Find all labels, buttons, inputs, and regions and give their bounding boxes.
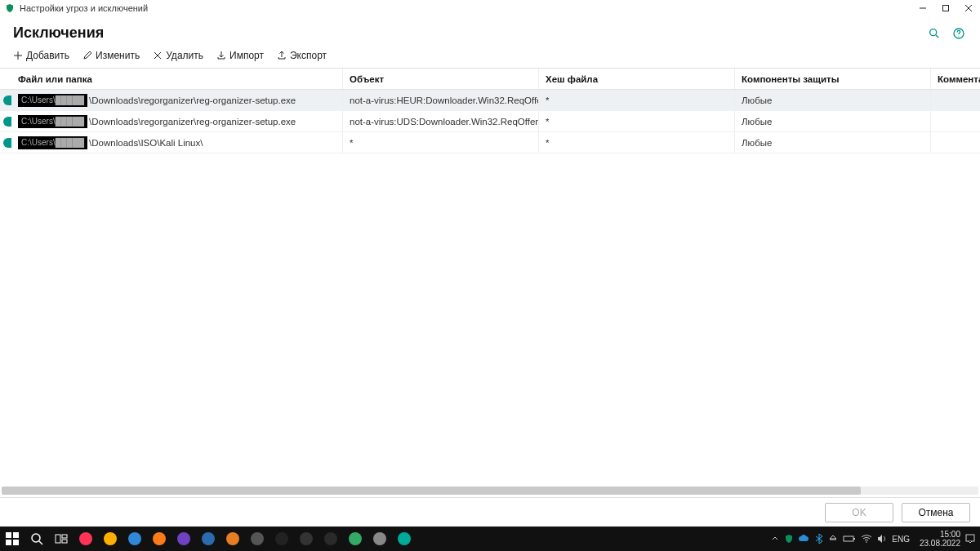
export-icon	[277, 51, 287, 60]
taskbar-app-app12[interactable]	[343, 527, 368, 551]
plus-icon	[13, 51, 23, 60]
page-title: Исключения	[13, 24, 918, 42]
add-button[interactable]: Добавить	[13, 50, 69, 61]
components-cell: Любые	[735, 111, 931, 131]
taskbar-app-app14[interactable]	[392, 527, 416, 551]
export-button[interactable]: Экспорт	[277, 50, 327, 61]
export-label: Экспорт	[290, 50, 327, 61]
svg-point-1	[930, 29, 937, 35]
col-file[interactable]: Файл или папка	[11, 69, 343, 89]
taskbar-app-app6[interactable]	[196, 527, 220, 551]
edit-label: Изменить	[96, 50, 140, 61]
tray-bluetooth-icon[interactable]	[815, 534, 823, 544]
tray-up-icon[interactable]	[771, 535, 779, 543]
app-shield-icon	[5, 3, 15, 13]
taskbar-app-app8[interactable]	[245, 527, 270, 551]
help-icon[interactable]	[951, 25, 967, 42]
col-components[interactable]: Компоненты защиты	[735, 69, 931, 89]
taskbar-app-app10[interactable]	[294, 527, 318, 551]
tray-wifi-icon[interactable]	[861, 535, 872, 543]
taskbar-app-app7[interactable]	[220, 527, 245, 551]
components-cell: Любые	[735, 90, 931, 110]
toolbar: Добавить Изменить Удалить Импорт Экспорт	[0, 47, 980, 68]
comment-cell	[931, 111, 980, 131]
enable-toggle[interactable]	[3, 117, 11, 127]
taskbar-app-app5[interactable]	[172, 527, 196, 551]
minimize-button[interactable]	[911, 0, 934, 16]
taskbar-app-start[interactable]	[0, 527, 24, 551]
taskbar-app-app1[interactable]	[74, 527, 98, 551]
col-comment[interactable]: Комментарий	[931, 69, 980, 89]
redacted-path: C:\Users\█████	[18, 115, 87, 128]
hash-cell: *	[539, 132, 735, 153]
components-cell: Любые	[735, 132, 931, 153]
tray-onedrive-icon[interactable]	[799, 535, 810, 543]
svg-rect-9	[56, 535, 60, 543]
tray-shield-icon[interactable]	[784, 534, 794, 544]
object-cell: not-a-virus:UDS:Downloader.Win32.ReqOffe…	[343, 111, 539, 131]
search-icon[interactable]	[926, 25, 942, 42]
svg-rect-13	[853, 538, 855, 540]
cancel-button[interactable]: Отмена	[902, 503, 970, 522]
taskbar-app-app4[interactable]	[147, 527, 172, 551]
col-hash[interactable]: Хеш файла	[539, 69, 735, 89]
taskbar-app-taskview[interactable]	[49, 527, 74, 551]
object-cell: not-a-virus:HEUR:Downloader.Win32.ReqOff…	[343, 90, 539, 110]
redacted-path: C:\Users\█████	[18, 94, 87, 107]
svg-rect-10	[62, 535, 67, 538]
windows-taskbar: ENG 15:00 23.08.2022	[0, 527, 980, 551]
edit-button[interactable]: Изменить	[82, 50, 140, 61]
taskbar-app-app11[interactable]	[318, 527, 343, 551]
tray-lang[interactable]: ENG	[892, 535, 910, 544]
tray-eject-icon[interactable]	[828, 535, 838, 543]
tray-volume-icon[interactable]	[877, 535, 887, 543]
tray-battery-icon[interactable]	[843, 535, 856, 543]
taskbar-app-search[interactable]	[24, 527, 49, 551]
table-row[interactable]: C:\Users\█████ \Downloads\regorganizer\r…	[0, 90, 980, 111]
table-row[interactable]: C:\Users\█████ \Downloads\regorganizer\r…	[0, 111, 980, 132]
table-row[interactable]: C:\Users\█████ \Downloads\ISO\Kali Linux…	[0, 132, 980, 153]
tray-notifications-icon[interactable]	[965, 534, 975, 544]
svg-rect-7	[13, 540, 19, 545]
file-path: \Downloads\regorganizer\reg-organizer-se…	[89, 96, 296, 105]
enable-toggle[interactable]	[3, 96, 11, 105]
comment-cell	[931, 132, 980, 153]
title-bar: Настройки угроз и исключений	[0, 0, 980, 16]
tray-date: 23.08.2022	[920, 539, 960, 548]
svg-rect-5	[13, 532, 19, 538]
dialog-footer: OK Отмена	[0, 497, 980, 527]
tray-clock[interactable]: 15:00 23.08.2022	[915, 530, 960, 548]
svg-rect-0	[943, 6, 949, 11]
svg-rect-12	[844, 536, 853, 541]
col-object[interactable]: Объект	[343, 69, 539, 89]
svg-point-3	[958, 35, 959, 36]
add-label: Добавить	[26, 50, 69, 61]
svg-rect-15	[966, 535, 974, 541]
svg-point-14	[866, 541, 867, 543]
close-button[interactable]	[957, 0, 980, 16]
taskbar-app-app2[interactable]	[98, 527, 122, 551]
maximize-button[interactable]	[934, 0, 957, 16]
exclusions-table: Файл или папка Объект Хеш файла Компонен…	[0, 69, 980, 486]
import-label: Импорт	[229, 50, 264, 61]
import-button[interactable]: Импорт	[216, 50, 264, 61]
svg-rect-4	[6, 532, 11, 538]
hash-cell: *	[539, 90, 735, 110]
comment-cell	[931, 90, 980, 110]
table-header: Файл или папка Объект Хеш файла Компонен…	[0, 69, 980, 90]
svg-rect-6	[6, 540, 11, 545]
redacted-path: C:\Users\█████	[18, 136, 87, 149]
tray-time: 15:00	[920, 530, 960, 539]
file-path: \Downloads\regorganizer\reg-organizer-se…	[89, 117, 296, 127]
taskbar-app-app3[interactable]	[122, 527, 147, 551]
delete-button[interactable]: Удалить	[153, 50, 203, 61]
taskbar-app-app9[interactable]	[270, 527, 294, 551]
ok-button[interactable]: OK	[825, 503, 893, 522]
svg-point-8	[32, 534, 40, 542]
import-icon	[216, 51, 226, 60]
x-icon	[153, 51, 163, 60]
horizontal-scrollbar[interactable]	[0, 486, 980, 497]
enable-toggle[interactable]	[3, 138, 11, 148]
window-title: Настройки угроз и исключений	[20, 3, 148, 13]
taskbar-app-app13[interactable]	[368, 527, 392, 551]
